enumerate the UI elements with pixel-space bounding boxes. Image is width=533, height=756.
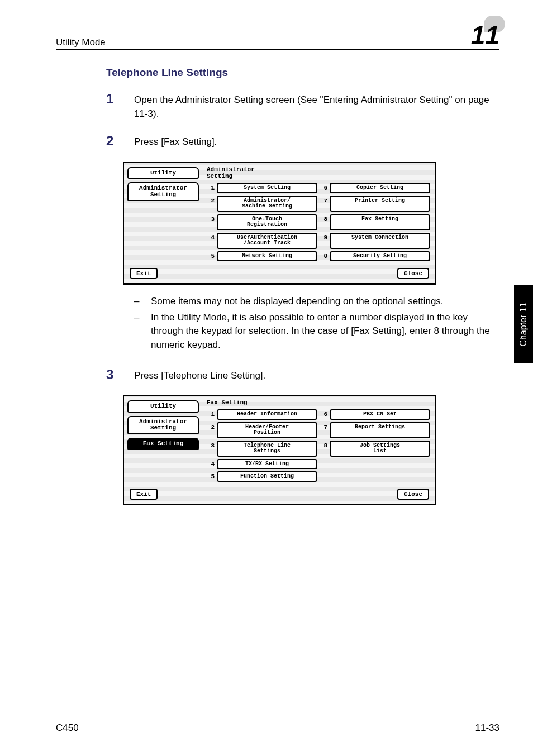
bullet-text: Some items may not be displayed dependin… (151, 295, 444, 309)
menu-network-setting[interactable]: Network Setting (217, 251, 317, 262)
menu-user-auth[interactable]: UserAuthentication /Account Track (217, 233, 317, 249)
lcd-tab-admin-setting[interactable]: Administrator Setting (127, 182, 199, 201)
menu-job-settings-list[interactable]: Job Settings List (330, 441, 430, 457)
menu-pbx-cn-set[interactable]: PBX CN Set (330, 409, 430, 420)
menu-report-settings[interactable]: Report Settings (330, 422, 430, 438)
footer-model: C450 (56, 722, 79, 734)
section-title: Telephone Line Settings (106, 67, 499, 79)
lcd-menu-grid: 1Header Information 6PBX CN Set 2Header/… (207, 409, 430, 482)
step-number: 2 (106, 133, 134, 149)
lcd-tab-utility[interactable]: Utility (127, 167, 199, 179)
menu-security-setting[interactable]: Security Setting (330, 251, 430, 262)
menu-header-info[interactable]: Header Information (217, 409, 317, 420)
step-3: 3 Press [Telephone Line Setting]. (106, 367, 499, 383)
lcd-screenshot-fax-setting: Utility Administrator Setting Fax Settin… (123, 395, 436, 505)
step-text: Open the Administrator Setting screen (S… (134, 91, 499, 121)
step-number: 1 (106, 91, 134, 121)
menu-header-footer-pos[interactable]: Header/Footer Position (217, 422, 317, 438)
dash-icon: – (134, 295, 151, 309)
menu-copier-setting[interactable]: Copier Setting (330, 183, 430, 193)
close-button[interactable]: Close (397, 268, 429, 279)
step-text: Press [Telephone Line Setting]. (134, 367, 265, 383)
lcd-tab-fax-setting[interactable]: Fax Setting (127, 438, 199, 450)
menu-telephone-line-settings[interactable]: Telephone Line Settings (217, 441, 317, 457)
side-chapter-tab: Chapter 11 (514, 285, 533, 363)
page-header: Utility Mode 11 (56, 22, 499, 50)
menu-fax-setting[interactable]: Fax Setting (330, 214, 430, 230)
step-2: 2 Press [Fax Setting]. (106, 133, 499, 149)
lcd-title: Administrator Setting (207, 166, 430, 179)
menu-function-setting[interactable]: Function Setting (217, 471, 317, 482)
menu-printer-setting[interactable]: Printer Setting (330, 196, 430, 212)
exit-button[interactable]: Exit (130, 489, 158, 500)
step-1: 1 Open the Administrator Setting screen … (106, 91, 499, 121)
dash-icon: – (134, 311, 151, 352)
note-bullets: – Some items may not be displayed depend… (134, 295, 499, 352)
menu-onetouch-registration[interactable]: One-Touch Registration (217, 214, 317, 230)
menu-system-setting[interactable]: System Setting (217, 183, 317, 193)
menu-admin-machine-setting[interactable]: Administrator/ Machine Setting (217, 196, 317, 212)
menu-tx-rx-setting[interactable]: TX/RX Setting (217, 459, 317, 470)
header-section-name: Utility Mode (56, 37, 106, 48)
header-chapter-number: 11 (471, 22, 499, 48)
lcd-title: Fax Setting (207, 399, 430, 406)
lcd-menu-grid: 1System Setting 6Copier Setting 2Adminis… (207, 183, 430, 261)
menu-system-connection[interactable]: System Connection (330, 233, 430, 249)
close-button[interactable]: Close (397, 489, 429, 500)
exit-button[interactable]: Exit (130, 268, 158, 279)
bullet-text: In the Utility Mode, it is also possible… (151, 311, 499, 352)
footer-page-number: 11-33 (475, 722, 499, 734)
lcd-tab-admin-setting[interactable]: Administrator Setting (127, 416, 199, 434)
lcd-screenshot-admin-setting: Utility Administrator Setting Administra… (123, 162, 436, 285)
step-text: Press [Fax Setting]. (134, 133, 217, 149)
lcd-tab-utility[interactable]: Utility (127, 400, 199, 413)
page-footer: C450 11-33 (56, 719, 499, 734)
step-number: 3 (106, 367, 134, 383)
